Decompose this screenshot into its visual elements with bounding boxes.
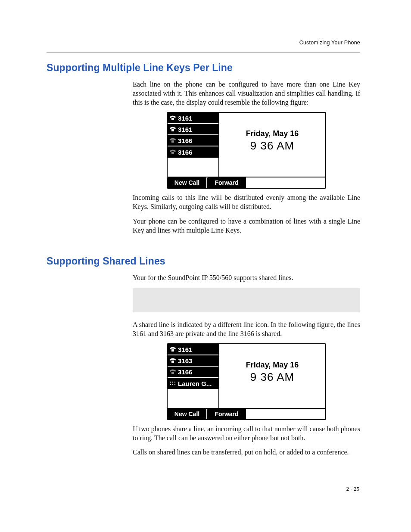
line-key-label: 3166 (178, 149, 192, 156)
line-key: Lauren G... (168, 378, 218, 389)
softkey-row: New Call Forward (168, 408, 325, 419)
line-key-label: 3166 (178, 137, 192, 144)
phone-screen: 3161 3161 (167, 112, 326, 189)
softkey-row: New Call Forward (168, 177, 325, 188)
line-key-label: 3161 (178, 115, 192, 122)
running-header: Customizing Your Phone (299, 40, 360, 46)
phone-icon (169, 115, 176, 121)
phone-dim-icon (169, 149, 176, 155)
line-key-column: 3161 3163 (168, 344, 219, 408)
line-key: 3163 (168, 355, 218, 367)
svg-point-2 (174, 382, 175, 383)
phone-dim-icon (169, 138, 176, 143)
softkey-forward: Forward (207, 409, 247, 419)
line-key-label: 3166 (178, 368, 192, 376)
body-paragraph: Incoming calls to this line will be dist… (133, 193, 360, 211)
display-time: 9 36 AM (250, 370, 294, 384)
display-date: Friday, May 16 (246, 129, 299, 138)
svg-point-5 (174, 384, 175, 385)
page-number: 2 - 25 (346, 485, 359, 492)
contact-icon (169, 381, 176, 386)
section-heading-1: Supporting Multiple Line Keys Per Line (47, 62, 364, 74)
line-key-label: 3161 (178, 346, 192, 353)
figure-1: 3161 3161 (133, 112, 360, 189)
body-paragraph: Each line on the phone can be configured… (133, 80, 360, 107)
header-rule (47, 52, 360, 53)
svg-point-4 (172, 384, 173, 385)
body-paragraph: Calls on shared lines can be transferred… (133, 448, 360, 457)
line-key: 3166 (168, 135, 218, 146)
note-box (133, 288, 360, 312)
line-key: 3161 (168, 124, 218, 135)
section-heading-2: Supporting Shared Lines (47, 255, 364, 267)
body-paragraph: Your for the SoundPoint IP 550/560 suppo… (133, 273, 360, 282)
line-key-label: Lauren G... (178, 380, 212, 387)
phone-icon (169, 347, 176, 352)
idle-display: Friday, May 16 9 36 AM (219, 113, 325, 177)
body-paragraph: A shared line is indicated by a differen… (133, 320, 360, 338)
line-key-column: 3161 3161 (168, 113, 219, 177)
svg-point-3 (170, 384, 171, 385)
line-key-label: 3163 (178, 357, 192, 364)
phone-dim-icon (169, 369, 176, 374)
softkey-new-call: New Call (168, 177, 207, 188)
idle-display: Friday, May 16 9 36 AM (219, 344, 325, 408)
softkey-new-call: New Call (168, 409, 207, 419)
figure-2: 3161 3163 (133, 343, 360, 420)
svg-point-1 (172, 382, 173, 383)
display-time: 9 36 AM (250, 139, 294, 152)
line-key: 3161 (168, 344, 218, 355)
line-key: 3166 (168, 146, 218, 158)
phone-icon (169, 127, 176, 132)
line-key-label: 3161 (178, 126, 192, 133)
svg-point-0 (170, 382, 171, 383)
softkey-forward: Forward (207, 177, 247, 188)
phone-screen: 3161 3163 (167, 343, 326, 420)
body-paragraph: If two phones share a line, an incoming … (133, 424, 360, 442)
phone-icon (169, 358, 176, 363)
line-key: 3161 (168, 113, 218, 124)
line-key: 3166 (168, 367, 218, 378)
display-date: Friday, May 16 (246, 361, 299, 370)
body-paragraph: Your phone can be configured to have a c… (133, 217, 360, 235)
